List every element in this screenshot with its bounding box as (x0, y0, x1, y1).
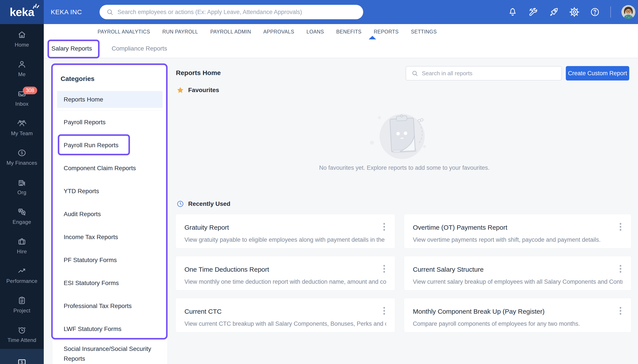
tab-loans[interactable]: LOANS (306, 29, 324, 35)
dollar-icon: $ (17, 148, 27, 158)
tools-icon[interactable] (528, 7, 538, 17)
page-title: Reports Home (176, 69, 221, 76)
category-payroll-reports[interactable]: Payroll Reports (52, 111, 168, 134)
search-icon (411, 70, 418, 77)
topbar-divider (610, 6, 611, 18)
tab-settings[interactable]: SETTINGS (411, 29, 437, 35)
company-name: KEKA INC (51, 0, 82, 24)
recently-used-grid: Gratuity Report View gratuity payable to… (176, 214, 638, 332)
report-card-overtime[interactable]: Overtime (OT) Payments Report View overt… (404, 214, 632, 248)
category-esi-statutory-forms[interactable]: ESI Statutory Forms (52, 272, 168, 294)
category-ytd-reports[interactable]: YTD Reports (52, 180, 168, 202)
subtab-compliance-reports[interactable]: Compliance Reports (112, 39, 167, 58)
category-pf-statutory-forms[interactable]: PF Statutory Forms (52, 248, 168, 272)
category-reports-home[interactable]: Reports Home (57, 91, 162, 108)
avatar[interactable] (621, 5, 635, 19)
report-card-gratuity[interactable]: Gratuity Report View gratuity payable to… (176, 214, 395, 248)
active-tab-indicator (369, 36, 376, 40)
favourites-header: Favourites (176, 86, 219, 94)
reports-search[interactable] (406, 66, 562, 80)
category-income-tax-reports[interactable]: Income Tax Reports (52, 226, 168, 248)
report-card-monthly-component-breakup[interactable]: Monthly Component Break Up (Pay Register… (404, 298, 632, 332)
kebab-menu-icon[interactable] (381, 222, 388, 232)
subtab-salary-reports[interactable]: Salary Reports (52, 39, 92, 58)
team-icon (17, 118, 27, 128)
module-tabs: PAYROLL ANALYTICS RUN PAYROLL PAYROLL AD… (98, 24, 437, 40)
kebab-menu-icon[interactable] (617, 222, 624, 232)
categories-panel: Categories Reports Home Payroll Reports … (52, 65, 168, 364)
sidebar-item-project[interactable]: Project (0, 290, 44, 320)
sidebar: Home Me 308 Inbox My Team $ My Finances … (0, 24, 44, 364)
tab-payroll-admin[interactable]: PAYROLL ADMIN (210, 29, 251, 35)
categories-title: Categories (52, 66, 168, 82)
person-icon (17, 60, 27, 69)
app-screen: keka KEKA INC (0, 0, 638, 364)
sidebar-item-inbox[interactable]: 308 Inbox (0, 83, 44, 113)
topbar: keka KEKA INC (0, 0, 638, 24)
sidebar-item-my-finances[interactable]: $ My Finances (0, 142, 44, 172)
tab-payroll-analytics[interactable]: PAYROLL ANALYTICS (98, 29, 150, 35)
kebab-menu-icon[interactable] (381, 264, 388, 274)
empty-favourites-text: No favourites yet. Explore reports to ad… (273, 164, 536, 171)
tab-benefits[interactable]: BENEFITS (336, 29, 362, 35)
search-icon (106, 8, 114, 16)
clipboard-icon (17, 296, 27, 306)
sidebar-item-home[interactable]: Home (0, 24, 44, 54)
create-custom-report-button[interactable]: Create Custom Report (566, 66, 629, 80)
report-card-current-ctc[interactable]: Current CTC View current CTC breakup wit… (176, 298, 395, 332)
report-card-one-time-deductions[interactable]: One Time Deductions Report View monthly … (176, 256, 395, 290)
sidebar-item-engage[interactable]: Engage (0, 201, 44, 231)
chat-icon (17, 207, 27, 217)
category-audit-reports[interactable]: Audit Reports (52, 202, 168, 226)
kebab-menu-icon[interactable] (617, 264, 624, 274)
kebab-menu-icon[interactable] (381, 306, 388, 316)
reports-search-input[interactable] (422, 70, 556, 77)
logo-spark-icon (31, 2, 40, 11)
category-professional-tax-reports[interactable]: Professional Tax Reports (52, 294, 168, 318)
module-nav: PAYROLL ANALYTICS RUN PAYROLL PAYROLL AD… (44, 24, 638, 40)
sidebar-item-org[interactable]: Org (0, 172, 44, 201)
trend-icon (17, 266, 27, 276)
global-search[interactable] (100, 5, 363, 19)
sidebar-item-me[interactable]: Me (0, 54, 44, 83)
empty-favourites-illustration (367, 110, 442, 164)
sidebar-item-performance[interactable]: Performance (0, 260, 44, 290)
kebab-menu-icon[interactable] (617, 306, 624, 316)
category-component-claim-reports[interactable]: Component Claim Reports (52, 156, 168, 180)
star-icon (176, 86, 184, 94)
sidebar-item-my-team[interactable]: My Team (0, 113, 44, 142)
global-search-input[interactable] (118, 9, 357, 16)
tab-run-payroll[interactable]: RUN PAYROLL (162, 29, 198, 35)
recently-used-header: Recently Used (176, 200, 230, 208)
sidebar-item-hire[interactable]: Hire (0, 231, 44, 260)
category-social-insurance-reports[interactable]: Social Insurance/Social Security Reports (52, 344, 168, 364)
content-area: Categories Reports Home Payroll Reports … (44, 58, 638, 364)
clock-icon (176, 200, 184, 208)
report-card-current-salary-structure[interactable]: Current Salary Structure View current sa… (404, 256, 632, 290)
category-payroll-run-reports[interactable]: Payroll Run Reports (52, 134, 168, 156)
alarm-icon (17, 325, 27, 335)
inbox-badge: 308 (23, 86, 37, 94)
rocket-icon[interactable] (549, 7, 559, 17)
home-icon (17, 30, 27, 40)
building-icon (17, 178, 27, 187)
subtabs: Salary Reports Compliance Reports (44, 40, 638, 58)
sidebar-item-payroll[interactable]: $ (0, 349, 44, 364)
bell-icon[interactable] (508, 7, 518, 17)
category-lwf-statutory-forms[interactable]: LWF Statutory Forms (52, 318, 168, 340)
svg-text:$: $ (21, 150, 23, 155)
tab-reports[interactable]: REPORTS (374, 29, 399, 35)
briefcase-icon (17, 237, 27, 246)
topbar-actions (508, 0, 635, 24)
logo-text: keka (10, 6, 34, 18)
svg-text:$: $ (21, 360, 23, 364)
help-icon[interactable] (590, 7, 600, 17)
payroll-monitor-icon: $ (17, 358, 27, 364)
keka-logo[interactable]: keka (0, 0, 44, 24)
gear-icon[interactable] (569, 7, 579, 17)
tab-approvals[interactable]: APPROVALS (263, 29, 294, 35)
sidebar-item-time-attend[interactable]: Time Attend (0, 320, 44, 349)
